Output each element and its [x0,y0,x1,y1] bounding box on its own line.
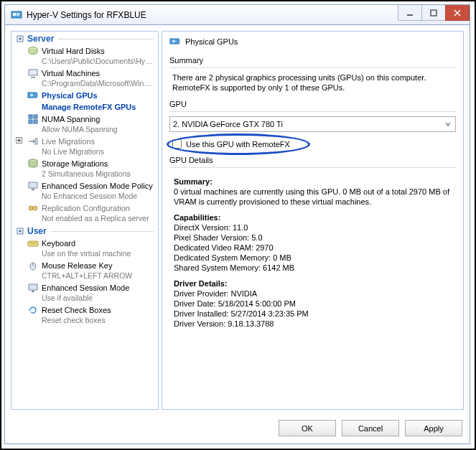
svg-rect-19 [34,120,37,123]
collapse-icon [16,34,24,43]
maximize-button[interactable] [421,5,446,21]
svg-rect-23 [35,139,37,144]
nav-item-esm-policy[interactable]: Enhanced Session Mode Policy No Enhanced… [11,179,158,202]
nav-item-manage-remotefx[interactable]: Manage RemoteFX GPUs [11,102,158,113]
nav-item-enhanced-session[interactable]: Enhanced Session Mode Use if available [11,281,158,304]
expand-icon[interactable] [14,136,23,144]
svg-rect-26 [32,189,34,190]
cap-vram: Dedicated Video RAM: 2970 [174,243,274,252]
nav-panel: Server Virtual Hard Disks C:\Users\Publi… [11,31,159,410]
svg-point-28 [33,206,37,210]
cap-directx: DirectX Version: 11.0 [174,223,248,232]
svg-rect-12 [31,77,35,78]
nav-item-keyboard[interactable]: Keyboard Use on the virtual machine [11,237,158,259]
gpu-details-label: GPU Details [169,156,456,164]
vm-icon [27,67,39,79]
svg-rect-25 [29,182,37,188]
svg-rect-2 [17,13,19,16]
minimize-button[interactable] [398,5,422,21]
app-icon [11,9,22,21]
svg-rect-17 [34,115,37,118]
detail-summary-text: 0 virtual machines are currently using t… [174,187,449,206]
gpu-dropdown[interactable]: 2. NVIDIA GeForce GTX 780 Ti [169,116,456,132]
use-gpu-checkbox[interactable] [172,139,182,149]
svg-rect-36 [29,284,37,290]
gpu-icon [27,90,39,101]
gpu-label: GPU [169,100,456,108]
driver-date: Driver Date: 5/18/2014 5:00:00 PM [174,299,296,308]
nav-item-physical-gpus[interactable]: Physical GPUs [11,89,158,102]
storage-icon [27,158,39,169]
numa-icon [27,113,39,125]
nav-category-label: Server [27,34,54,44]
gpu-icon [169,36,181,47]
nav-item-storage-migrations[interactable]: Storage Migrations 2 Simultaneous Migrat… [11,157,158,179]
cap-dedicated-sysmem: Dedicated System Memory: 0 MB [174,253,291,262]
nav-item-vm[interactable]: Virtual Machines C:\ProgramData\Microsof… [11,67,158,89]
ok-button[interactable]: OK [279,420,336,436]
use-gpu-label: Use this GPU with RemoteFX [186,140,290,149]
keyboard-icon [27,238,39,249]
window-title: Hyper-V Settings for RFXBLUE [27,10,398,20]
close-button[interactable] [445,5,470,21]
svg-rect-14 [37,93,38,97]
nav-item-live-migrations[interactable]: Live Migrations No Live Migrations [11,135,158,157]
svg-rect-16 [29,115,32,118]
driver-provider: Driver Provider: NVIDIA [174,289,257,298]
svg-point-15 [30,94,33,97]
svg-rect-18 [29,120,32,123]
disk-icon [27,45,39,57]
nav-item-reset-checkboxes[interactable]: Reset Check Boxes Reset check boxes [11,304,158,326]
titlebar: Hyper-V Settings for RFXBLUE [5,5,470,25]
svg-rect-11 [29,70,37,75]
nav-item-replication[interactable]: Replication Configuration Not enabled as… [11,202,158,224]
driver-installed: Driver Installed: 5/27/2014 3:23:35 PM [174,309,309,318]
content-panel: Physical GPUs Summary There are 2 physic… [162,31,464,410]
content-header: Physical GPUs [169,36,456,47]
dialog-buttons: OK Cancel Apply [5,416,470,444]
replication-icon [27,202,39,214]
detail-summary-heading: Summary: [174,177,213,186]
svg-point-27 [29,206,33,210]
cap-pixel-shader: Pixel Shader Version: 5.0 [174,233,263,242]
reset-icon [27,304,39,316]
monitor-icon [27,180,39,192]
monitor-icon [27,282,39,294]
cap-shared-sysmem: Shared System Memory: 6142 MB [174,263,294,272]
gpu-details: Summary: 0 virtual machines are currentl… [169,172,456,336]
svg-rect-39 [179,39,180,43]
driver-heading: Driver Details: [174,279,228,288]
mouse-icon [27,260,39,271]
apply-button[interactable]: Apply [405,420,462,436]
capabilities-heading: Capabilities: [174,213,220,222]
nav-item-numa[interactable]: NUMA Spanning Allow NUMA Spanning [11,113,158,135]
collapse-icon [16,227,24,235]
svg-rect-1 [13,13,16,16]
chevron-down-icon [442,118,454,130]
svg-point-40 [172,40,175,43]
cancel-button[interactable]: Cancel [342,420,399,436]
dialog-window: Hyper-V Settings for RFXBLUE Server Virt… [4,4,470,444]
svg-rect-4 [431,10,437,16]
nav-item-vhd[interactable]: Virtual Hard Disks C:\Users\Public\Docum… [11,44,158,67]
nav-category-server[interactable]: Server [11,32,158,44]
nav-item-mouse-release[interactable]: Mouse Release Key CTRL+ALT+LEFT ARROW [11,259,158,281]
driver-version: Driver Version: 9.18.13.3788 [174,319,274,328]
summary-label: Summary [169,56,456,65]
nav-category-user[interactable]: User [11,224,158,237]
migration-icon [27,136,39,147]
summary-text: There are 2 physical graphics processing… [169,72,456,97]
svg-rect-37 [32,291,34,292]
gpu-selected-value: 2. NVIDIA GeForce GTX 780 Ti [173,120,283,128]
nav-category-label: User [27,226,47,236]
use-gpu-checkbox-row[interactable]: Use this GPU with RemoteFX [172,139,290,149]
